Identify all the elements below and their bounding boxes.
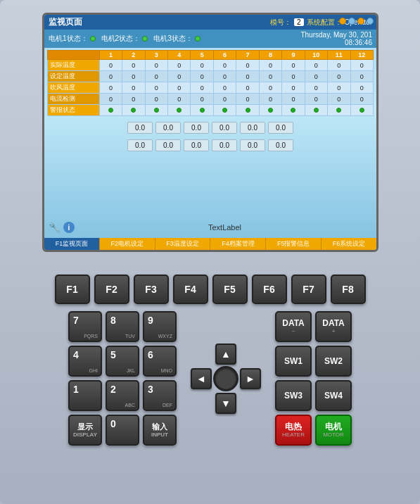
date-display: Thursday, May 30, 201 (300, 31, 372, 39)
table-cell: 0 (350, 60, 373, 71)
right-button-DATA[interactable]: DATA+ (315, 311, 352, 342)
numkey-4[interactable]: 4GHI (68, 346, 102, 377)
status-dot-indicator (291, 108, 295, 113)
dpad-left-button[interactable]: ◄ (191, 368, 212, 389)
table-cell (191, 105, 213, 116)
fkey-button-f6[interactable]: F6 (252, 275, 287, 304)
table-cell: 0 (191, 82, 213, 94)
status-dot-indicator (246, 108, 250, 113)
corner-dot-1 (339, 18, 346, 25)
value-box: 0.0 (155, 122, 181, 134)
wrench-icon[interactable]: 🔧 (49, 222, 61, 233)
dpad-down-button[interactable]: ▼ (215, 393, 236, 414)
table-row-label: 警报状态 (48, 105, 100, 116)
info-button[interactable]: i (63, 222, 75, 233)
motor1-dot (90, 36, 96, 42)
numkey-2[interactable]: 2ABC (106, 380, 139, 411)
datetime-display: Thursday, May 30, 201 08:36:46 (300, 31, 372, 46)
right-button-电机[interactable]: 电机MOTOR (315, 415, 352, 446)
fkey-button-f1[interactable]: F1 (55, 275, 90, 304)
fkey-button-f3[interactable]: F3 (134, 275, 169, 304)
table-cell: 0 (350, 94, 373, 105)
right-button-SW3[interactable]: SW3 (275, 380, 312, 411)
numkey-7[interactable]: 7PQRS (68, 311, 102, 342)
table-cell: 0 (122, 71, 145, 82)
table-body: 实际温度000000000000设定温度000000000000吹风温度0000… (48, 60, 374, 116)
fkey-button-f7[interactable]: F7 (291, 275, 326, 304)
motor2-status: 电机2状态： (101, 34, 148, 44)
fkey-button-f4[interactable]: F4 (173, 275, 208, 304)
table-cell: 0 (259, 82, 281, 94)
table-col-header-7: 7 (236, 51, 259, 60)
numkey-5[interactable]: 5JKL (106, 346, 139, 377)
table-cell (145, 105, 167, 116)
main-keyboard: 7PQRS8TUV9WXYZ4GHI5JKL6MNO12ABC3DEF显示DIS… (14, 311, 406, 446)
text-label-display: TextLabel (77, 223, 372, 232)
corner-dot-4 (367, 18, 374, 25)
motor3-label: 电机3状态： (153, 34, 193, 44)
table-cell: 0 (328, 71, 350, 82)
value-box: 0.0 (184, 139, 209, 151)
fn-bar-item-2[interactable]: F2电机设定 (100, 238, 155, 250)
numkey-8[interactable]: 8TUV (106, 311, 139, 342)
device-body: 监视页面 模号： 2 系统配置： Operator 电机1状态： (0, 0, 420, 504)
fkey-button-f8[interactable]: F8 (331, 275, 366, 304)
status-dot-indicator (268, 108, 273, 113)
table-row-label: 实际温度 (48, 60, 100, 71)
numkey-1[interactable]: 1 (68, 380, 102, 411)
right-button-DATA[interactable]: DATA− (275, 311, 312, 342)
fn-bar-item-1[interactable]: F1监视页面 (44, 238, 100, 250)
table-cell (282, 105, 305, 116)
numkey-显示[interactable]: 显示DISPLAY (68, 415, 102, 446)
fkey-button-f5[interactable]: F5 (212, 275, 248, 304)
screen-bottom-bar: 🔧 i TextLabel (44, 222, 376, 233)
table-row-label: 电流检测 (48, 94, 100, 105)
right-buttons: DATA−DATA+SW1SW2SW3SW4电热HEATER电机MOTOR (275, 311, 352, 446)
dpad: ▲ ◄ ► ▼ (191, 344, 261, 414)
status-dot-indicator (131, 108, 136, 113)
numkey-3[interactable]: 3DEF (143, 380, 177, 411)
table-cell: 0 (168, 82, 191, 94)
right-button-电热[interactable]: 电热HEATER (275, 415, 312, 446)
table-cell: 0 (236, 71, 259, 82)
value-box: 0.0 (184, 122, 209, 134)
value-row-2: 0.00.00.00.00.00.0 (47, 139, 374, 151)
table-cell: 0 (350, 82, 373, 94)
table-cell: 0 (282, 60, 305, 71)
fn-bar-item-6[interactable]: F6系统设定 (322, 238, 376, 250)
value-box: 0.0 (240, 122, 265, 134)
numpad: 7PQRS8TUV9WXYZ4GHI5JKL6MNO12ABC3DEF显示DIS… (68, 311, 177, 446)
fkey-button-f2[interactable]: F2 (94, 275, 129, 304)
dpad-right-button[interactable]: ► (240, 368, 261, 389)
table-cell: 0 (122, 60, 145, 71)
table-cell: 0 (168, 71, 191, 82)
table-cell: 0 (99, 71, 122, 82)
dpad-up-button[interactable]: ▲ (215, 344, 236, 365)
fn-bar-item-5[interactable]: F5报警信息 (266, 238, 322, 250)
status-dot-indicator (200, 108, 205, 113)
right-button-SW2[interactable]: SW2 (315, 346, 352, 377)
fn-bar-item-3[interactable]: F3温度设定 (155, 238, 211, 250)
right-button-SW4[interactable]: SW4 (315, 380, 352, 411)
keyboard-area: F1F2F3F4F5F6F7F8 7PQRS8TUV9WXYZ4GHI5JKL6… (0, 264, 420, 504)
table-col-header-3: 3 (145, 51, 167, 60)
value-box: 0.0 (212, 139, 237, 151)
table-cell: 0 (99, 60, 122, 71)
table-cell: 0 (305, 71, 327, 82)
table-cell: 0 (99, 82, 122, 94)
numkey-输入[interactable]: 输入INPUT (143, 415, 177, 446)
fn-bar-item-4[interactable]: F4档案管理 (210, 238, 266, 250)
table-cell: 0 (168, 60, 191, 71)
screen: 监视页面 模号： 2 系统配置： Operator 电机1状态： (42, 13, 378, 252)
data-table: 123456789101112 实际温度000000000000设定温度0000… (47, 50, 374, 116)
table-cell: 0 (328, 60, 350, 71)
numkey-6[interactable]: 6MNO (143, 346, 177, 377)
table-cell: 0 (282, 71, 305, 82)
dpad-center[interactable] (213, 366, 238, 391)
motor1-label: 电机1状态： (49, 34, 88, 44)
right-button-SW1[interactable]: SW1 (275, 346, 312, 377)
numkey-9[interactable]: 9WXYZ (143, 311, 177, 342)
motor3-status: 电机3状态： (153, 34, 201, 44)
numkey-0[interactable]: 0 (106, 415, 139, 446)
table-col-header-5: 5 (191, 51, 213, 60)
